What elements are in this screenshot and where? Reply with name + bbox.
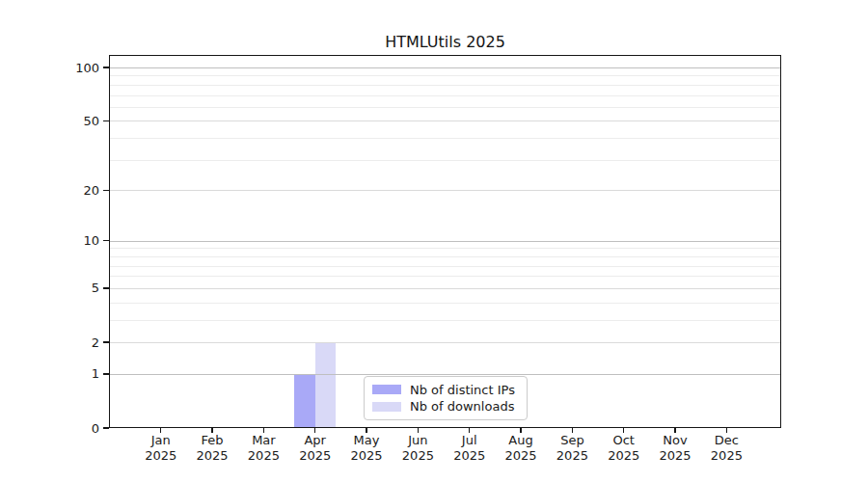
gridline-y-30 bbox=[110, 160, 780, 161]
gridline-y-4 bbox=[110, 303, 780, 304]
x-tick-jun bbox=[418, 428, 420, 433]
gridline-y-80 bbox=[110, 85, 780, 86]
gridline-y-90 bbox=[110, 75, 780, 76]
y-tick-20 bbox=[103, 190, 109, 192]
y-tick-label-100: 100 bbox=[49, 61, 99, 75]
chart-title: HTMLUtils 2025 bbox=[109, 33, 781, 51]
x-tick-month: Dec bbox=[695, 433, 757, 448]
gridline-y-100 bbox=[110, 67, 780, 68]
y-tick-100 bbox=[103, 67, 109, 68]
gridline-y-7 bbox=[110, 266, 780, 267]
gridline-y-3 bbox=[110, 320, 780, 321]
gridline-y-5 bbox=[110, 288, 780, 289]
y-tick-label-1: 1 bbox=[49, 366, 99, 381]
gridline-y-40 bbox=[110, 138, 780, 139]
y-tick-5 bbox=[103, 287, 109, 289]
x-tick-nov bbox=[674, 428, 676, 433]
gridline-y-8 bbox=[110, 256, 780, 257]
x-tick-label-dec: Dec2025 bbox=[695, 433, 757, 464]
x-tick-jan bbox=[160, 428, 162, 433]
gridline-y-60 bbox=[110, 107, 780, 108]
y-tick-1 bbox=[103, 373, 109, 375]
legend-swatch-downloads bbox=[372, 402, 401, 412]
y-tick-label-5: 5 bbox=[49, 281, 99, 295]
gridline-y-9 bbox=[110, 248, 780, 249]
x-tick-mar bbox=[263, 428, 265, 433]
x-tick-apr bbox=[314, 428, 316, 433]
bar-distinct-ips-apr bbox=[294, 374, 315, 428]
y-tick-0 bbox=[103, 427, 109, 429]
y-tick-10 bbox=[103, 240, 109, 242]
x-tick-feb bbox=[211, 428, 213, 433]
legend-label-downloads: Nb of downloads bbox=[410, 399, 514, 414]
x-tick-jul bbox=[469, 428, 471, 433]
y-tick-label-20: 20 bbox=[49, 183, 99, 198]
x-tick-sep bbox=[572, 428, 574, 433]
x-tick-may bbox=[366, 428, 367, 433]
legend: Nb of distinct IPs Nb of downloads bbox=[364, 376, 528, 420]
legend-item-distinct-ips: Nb of distinct IPs bbox=[372, 383, 519, 397]
y-tick-label-2: 2 bbox=[49, 335, 99, 350]
legend-label-distinct-ips: Nb of distinct IPs bbox=[410, 383, 515, 397]
gridline-y-1 bbox=[110, 374, 780, 375]
y-tick-50 bbox=[103, 120, 109, 122]
x-tick-dec bbox=[726, 428, 728, 433]
y-tick-label-0: 0 bbox=[49, 421, 99, 436]
gridline-y-70 bbox=[110, 95, 780, 96]
gridline-y-6 bbox=[110, 276, 780, 277]
gridline-y-10 bbox=[110, 241, 780, 242]
x-tick-aug bbox=[520, 428, 522, 433]
legend-swatch-distinct-ips bbox=[372, 385, 401, 394]
figure: HTMLUtils 2025 Nb of distinct IPs Nb of … bbox=[0, 0, 868, 482]
gridline-y-20 bbox=[110, 190, 780, 191]
gridline-y-2 bbox=[110, 342, 780, 343]
legend-item-downloads: Nb of downloads bbox=[372, 399, 519, 414]
y-tick-label-10: 10 bbox=[49, 233, 99, 248]
y-tick-label-50: 50 bbox=[49, 114, 99, 128]
bar-downloads-apr bbox=[315, 342, 337, 428]
y-tick-2 bbox=[103, 341, 109, 343]
gridline-y-50 bbox=[110, 120, 780, 121]
x-tick-year: 2025 bbox=[695, 448, 757, 464]
x-tick-oct bbox=[623, 428, 625, 433]
